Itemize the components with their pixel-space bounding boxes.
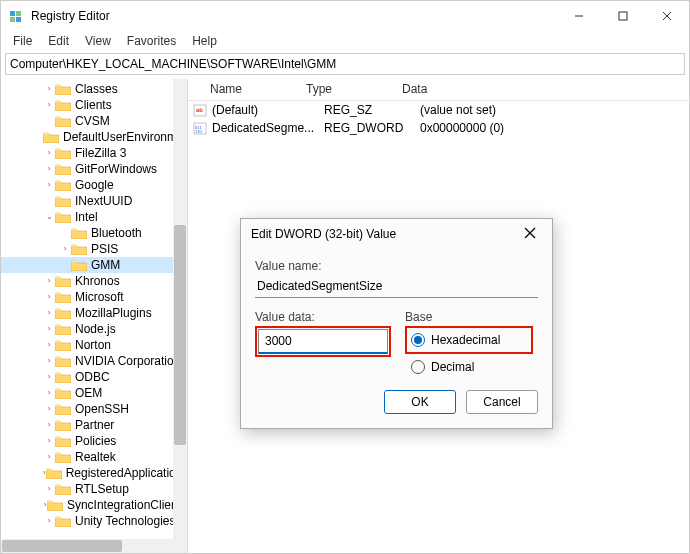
chevron-right-icon[interactable]: › bbox=[43, 513, 55, 529]
tree-node[interactable]: ›Realtek bbox=[1, 449, 187, 465]
chevron-right-icon[interactable]: › bbox=[43, 305, 55, 321]
chevron-right-icon[interactable]: › bbox=[43, 433, 55, 449]
tree-node[interactable]: ›SyncIntegrationClients bbox=[1, 497, 187, 513]
folder-icon bbox=[55, 339, 71, 351]
menu-help[interactable]: Help bbox=[186, 32, 223, 50]
cell-name: DedicatedSegme... bbox=[212, 121, 324, 135]
column-type[interactable]: Type bbox=[300, 79, 396, 100]
chevron-right-icon[interactable]: › bbox=[43, 273, 55, 289]
edit-dword-dialog: Edit DWORD (32-bit) Value Value name: De… bbox=[240, 218, 553, 429]
tree-node-label: Intel bbox=[75, 209, 98, 225]
chevron-right-icon[interactable]: › bbox=[43, 81, 55, 97]
radio-hexadecimal[interactable]: Hexadecimal bbox=[411, 331, 527, 349]
chevron-right-icon[interactable]: › bbox=[43, 353, 55, 369]
menu-favorites[interactable]: Favorites bbox=[121, 32, 182, 50]
address-bar[interactable]: Computer\HKEY_LOCAL_MACHINE\SOFTWARE\Int… bbox=[5, 53, 685, 75]
tree-node-label: Khronos bbox=[75, 273, 120, 289]
tree-node-label: Norton bbox=[75, 337, 111, 353]
tree-node[interactable]: ›Unity Technologies bbox=[1, 513, 187, 529]
chevron-right-icon[interactable]: › bbox=[43, 161, 55, 177]
tree-node[interactable]: ›Norton bbox=[1, 337, 187, 353]
tree-node[interactable]: ⌄Intel bbox=[1, 209, 187, 225]
tree-vertical-scrollbar[interactable] bbox=[173, 79, 187, 553]
tree-node[interactable]: ›OEM bbox=[1, 385, 187, 401]
chevron-right-icon[interactable]: › bbox=[43, 289, 55, 305]
tree-node[interactable]: GMM bbox=[1, 257, 187, 273]
tree-node[interactable]: INextUUID bbox=[1, 193, 187, 209]
scrollbar-thumb[interactable] bbox=[2, 540, 122, 552]
radio-circle-icon bbox=[411, 360, 425, 374]
tree-node-label: RTLSetup bbox=[75, 481, 129, 497]
folder-icon bbox=[71, 243, 87, 255]
chevron-right-icon[interactable]: › bbox=[43, 337, 55, 353]
column-data[interactable]: Data bbox=[396, 79, 689, 100]
tree-node[interactable]: ›OpenSSH bbox=[1, 401, 187, 417]
folder-icon bbox=[55, 355, 71, 367]
value-data-input[interactable] bbox=[258, 329, 388, 354]
radio-dec-label: Decimal bbox=[431, 360, 474, 374]
menu-file[interactable]: File bbox=[7, 32, 38, 50]
tree-node[interactable]: ›FileZilla 3 bbox=[1, 145, 187, 161]
cell-type: REG_SZ bbox=[324, 103, 420, 117]
close-button[interactable] bbox=[645, 1, 689, 31]
list-row[interactable]: ab(Default)REG_SZ(value not set) bbox=[188, 101, 689, 119]
tree-node[interactable]: Bluetooth bbox=[1, 225, 187, 241]
chevron-right-icon[interactable]: › bbox=[43, 321, 55, 337]
tree-node[interactable]: ›Khronos bbox=[1, 273, 187, 289]
menu-view[interactable]: View bbox=[79, 32, 117, 50]
tree-node[interactable]: ›Clients bbox=[1, 97, 187, 113]
tree-node[interactable]: ›Google bbox=[1, 177, 187, 193]
cancel-button[interactable]: Cancel bbox=[466, 390, 538, 414]
radio-decimal[interactable]: Decimal bbox=[405, 358, 533, 376]
chevron-right-icon[interactable]: › bbox=[43, 97, 55, 113]
tree-node-label: Classes bbox=[75, 81, 118, 97]
chevron-right-icon[interactable]: › bbox=[43, 481, 55, 497]
tree-node[interactable]: ›MozillaPlugins bbox=[1, 305, 187, 321]
chevron-right-icon[interactable]: › bbox=[43, 145, 55, 161]
tree-horizontal-scrollbar[interactable] bbox=[1, 539, 173, 553]
tree-node-label: GMM bbox=[91, 257, 120, 273]
tree-node[interactable]: ›Partner bbox=[1, 417, 187, 433]
list-row[interactable]: 011110DedicatedSegme...REG_DWORD0x000000… bbox=[188, 119, 689, 137]
chevron-right-icon[interactable]: › bbox=[43, 401, 55, 417]
tree-node-label: PSIS bbox=[91, 241, 118, 257]
tree-node[interactable]: ›ODBC bbox=[1, 369, 187, 385]
scrollbar-thumb[interactable] bbox=[174, 225, 186, 445]
chevron-right-icon[interactable]: › bbox=[43, 369, 55, 385]
dialog-close-button[interactable] bbox=[518, 226, 542, 242]
column-name[interactable]: Name bbox=[188, 79, 300, 100]
tree-node[interactable]: ›Microsoft bbox=[1, 289, 187, 305]
chevron-down-icon[interactable]: ⌄ bbox=[43, 209, 55, 225]
maximize-button[interactable] bbox=[601, 1, 645, 31]
chevron-right-icon[interactable]: › bbox=[59, 241, 71, 257]
svg-rect-2 bbox=[10, 17, 15, 22]
tree-node[interactable]: ›Node.js bbox=[1, 321, 187, 337]
base-label: Base bbox=[405, 310, 533, 324]
chevron-right-icon[interactable]: › bbox=[43, 177, 55, 193]
chevron-right-icon[interactable]: › bbox=[43, 449, 55, 465]
value-name-field: DedicatedSegmentSize bbox=[255, 275, 538, 298]
chevron-right-icon[interactable]: › bbox=[43, 417, 55, 433]
tree-node[interactable]: ›GitForWindows bbox=[1, 161, 187, 177]
titlebar: Registry Editor bbox=[1, 1, 689, 31]
minimize-button[interactable] bbox=[557, 1, 601, 31]
tree-node[interactable]: CVSM bbox=[1, 113, 187, 129]
tree-node[interactable]: ›Classes bbox=[1, 81, 187, 97]
tree-node-label: Clients bbox=[75, 97, 112, 113]
ok-button[interactable]: OK bbox=[384, 390, 456, 414]
tree-node[interactable]: ›RegisteredApplications bbox=[1, 465, 187, 481]
menu-edit[interactable]: Edit bbox=[42, 32, 75, 50]
folder-icon bbox=[55, 323, 71, 335]
tree-pane[interactable]: ›Classes›ClientsCVSMDefaultUserEnvironme… bbox=[1, 79, 188, 553]
base-hex-highlight: Hexadecimal bbox=[405, 326, 533, 354]
tree-node[interactable]: DefaultUserEnvironment bbox=[1, 129, 187, 145]
tree-node[interactable]: ›PSIS bbox=[1, 241, 187, 257]
chevron-right-icon[interactable]: › bbox=[43, 385, 55, 401]
folder-icon bbox=[46, 467, 62, 479]
menubar: File Edit View Favorites Help bbox=[1, 31, 689, 51]
radio-circle-icon bbox=[411, 333, 425, 347]
tree-node[interactable]: ›Policies bbox=[1, 433, 187, 449]
tree-node[interactable]: ›RTLSetup bbox=[1, 481, 187, 497]
radio-hex-label: Hexadecimal bbox=[431, 333, 500, 347]
tree-node[interactable]: ›NVIDIA Corporation bbox=[1, 353, 187, 369]
